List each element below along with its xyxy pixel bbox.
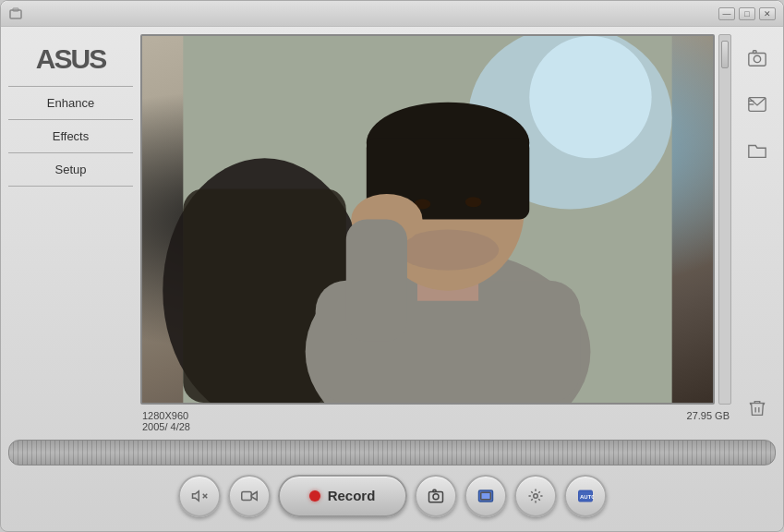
video-info-left: 1280X960 2005/ 4/28 (142, 410, 190, 432)
video-frame (140, 34, 715, 405)
asus-logo: ASUS (36, 43, 105, 75)
svg-marker-26 (192, 490, 199, 501)
svg-text:AUTO: AUTO (580, 494, 594, 500)
record-label: Record (328, 488, 376, 503)
window-controls: — □ ✕ (718, 7, 776, 20)
sidebar-item-setup[interactable]: Setup (8, 157, 133, 182)
video-capture-button[interactable] (228, 475, 271, 517)
title-icon (8, 6, 23, 21)
sidebar-divider (8, 86, 133, 87)
svg-rect-17 (346, 220, 407, 342)
mute-button[interactable] (178, 475, 221, 517)
title-bar: — □ ✕ (1, 1, 783, 27)
close-button[interactable]: ✕ (759, 7, 776, 20)
svg-point-19 (754, 55, 760, 62)
svg-point-4 (529, 36, 651, 158)
photo-button[interactable] (415, 475, 457, 517)
scrollbar-thumb[interactable] (721, 41, 729, 68)
main-content: ASUS Enhance Effects Setup (1, 27, 783, 440)
sidebar-divider-2 (8, 119, 133, 120)
svg-rect-33 (433, 490, 436, 491)
svg-rect-29 (241, 491, 251, 500)
video-container (140, 34, 731, 405)
app-window: — □ ✕ ASUS Enhance Effects Setup (0, 0, 784, 532)
delete-button[interactable] (742, 393, 772, 423)
video-date: 2005/ 4/28 (142, 421, 190, 432)
snapshot-button[interactable] (742, 43, 772, 73)
video-preview (142, 36, 713, 403)
sidebar-item-effects[interactable]: Effects (8, 124, 133, 149)
svg-marker-30 (251, 491, 257, 500)
maximize-button[interactable]: □ (739, 7, 755, 20)
video-scrollbar[interactable] (718, 34, 731, 405)
video-info: 1280X960 2005/ 4/28 27.95 GB (140, 410, 731, 432)
center-area: 1280X960 2005/ 4/28 27.95 GB (140, 34, 731, 432)
settings-button[interactable] (514, 475, 557, 517)
svg-point-14 (465, 197, 482, 207)
video-resolution: 1280X960 (142, 410, 190, 421)
auto-button[interactable]: AUTO (564, 475, 607, 517)
minimize-button[interactable]: — (718, 7, 735, 20)
bottom-grille (8, 440, 776, 466)
record-indicator (309, 490, 320, 502)
bottom-controls: Record (1, 471, 783, 531)
record-button[interactable]: Record (278, 475, 407, 517)
svg-rect-20 (753, 51, 756, 54)
svg-rect-35 (480, 492, 490, 500)
folder-button[interactable] (742, 136, 772, 165)
fullscreen-button[interactable] (464, 475, 507, 517)
svg-point-36 (533, 493, 537, 498)
email-button[interactable] (742, 90, 772, 119)
right-icons-panel (739, 34, 776, 432)
sidebar: ASUS Enhance Effects Setup (8, 34, 133, 432)
svg-point-32 (433, 493, 439, 499)
sidebar-item-enhance[interactable]: Enhance (8, 91, 133, 115)
sidebar-divider-3 (8, 152, 133, 153)
video-storage: 27.95 GB (687, 410, 730, 432)
sidebar-divider-4 (8, 186, 133, 187)
